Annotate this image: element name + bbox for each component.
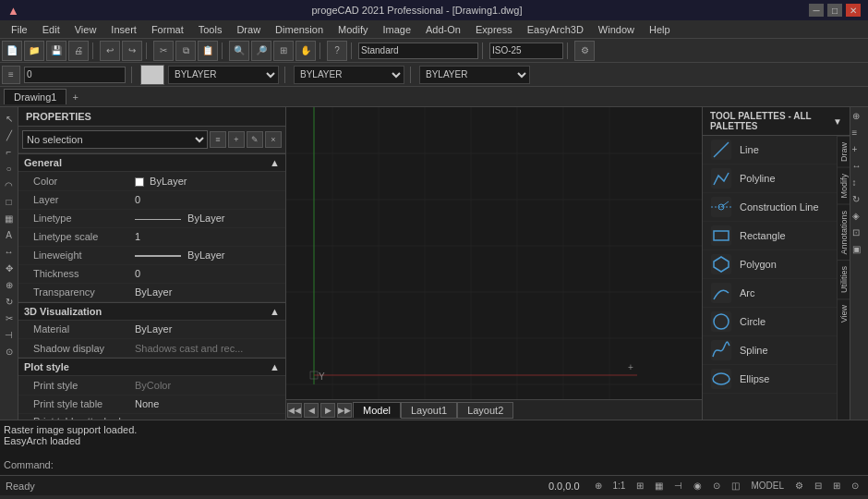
lineweight-bylayer-select[interactable]: BYLAYER (419, 66, 530, 84)
props-menu-button[interactable]: ≡ (210, 131, 226, 148)
rotate-tool[interactable]: ↻ (2, 294, 17, 309)
status-osnap-btn[interactable]: ⊙ (709, 481, 724, 491)
layer-manager-button[interactable]: ≡ (2, 66, 20, 84)
status-settings-btn[interactable]: ⚙ (791, 481, 807, 491)
status-otrack-btn[interactable]: ◫ (728, 481, 743, 491)
tab-layout2[interactable]: Layout2 (457, 402, 513, 419)
right-icon-3[interactable]: + (852, 144, 867, 159)
side-tab-draw[interactable]: Draw (838, 136, 850, 167)
rectangle-tool[interactable]: □ (2, 194, 17, 209)
right-icon-2[interactable]: ≡ (852, 128, 867, 142)
color-button[interactable] (140, 65, 164, 85)
linetype-bylayer-select[interactable]: BYLAYER (294, 66, 404, 84)
menu-insert[interactable]: Insert (103, 22, 144, 37)
tool-spline[interactable]: Spline (703, 336, 837, 365)
plotstyle-collapse-arrow[interactable]: ▲ (270, 361, 280, 372)
canvas-area[interactable]: [Top] [2D Wireframe] (286, 107, 702, 420)
props-edit-button[interactable]: ✎ (247, 131, 263, 148)
move-tool[interactable]: ✥ (2, 261, 17, 275)
undo-button[interactable]: ↩ (100, 41, 120, 61)
menu-edit[interactable]: Edit (35, 22, 67, 37)
prop-material-value[interactable]: ByLayer (129, 321, 285, 339)
zoom-out-button[interactable]: 🔎 (251, 41, 271, 61)
menu-addon[interactable]: Add-On (418, 22, 468, 37)
settings-button[interactable]: ⚙ (574, 41, 595, 61)
status-polar-btn[interactable]: ◉ (690, 481, 705, 491)
polyline-tool[interactable]: ⌐ (2, 144, 17, 159)
tool-ellipse[interactable]: Ellipse (703, 365, 837, 394)
new-button[interactable]: 📄 (2, 41, 22, 61)
status-snap-grid-btn[interactable]: ▦ (651, 481, 667, 491)
command-input[interactable] (57, 459, 864, 470)
menu-view[interactable]: View (67, 22, 104, 37)
copy-tool[interactable]: ⊕ (2, 277, 17, 292)
prop-color-value[interactable]: ByLayer (129, 172, 285, 190)
doc-tab-drawing1[interactable]: Drawing1 (4, 89, 66, 104)
standard-select[interactable] (358, 43, 478, 59)
tab-nav-next[interactable]: ▶ (320, 403, 335, 418)
status-grid-btn[interactable]: ⊞ (633, 481, 647, 491)
zoom-in-button[interactable]: 🔍 (229, 41, 249, 61)
menu-modify[interactable]: Modify (331, 22, 375, 37)
tool-circle[interactable]: Circle (703, 308, 837, 336)
prop-thickness-value[interactable]: 0 (129, 264, 285, 283)
color-bylayer-select[interactable]: BYLAYER (168, 66, 279, 84)
prop-transparency-value[interactable]: ByLayer (129, 283, 285, 301)
minimize-button[interactable]: ─ (809, 4, 824, 17)
status-fullscreen-btn[interactable]: ⊙ (848, 481, 862, 491)
help-button[interactable]: ? (327, 41, 347, 61)
menu-tools[interactable]: Tools (191, 22, 230, 37)
status-ortho-btn[interactable]: ⊣ (670, 481, 686, 491)
plotstyle-section-header[interactable]: Plot style ▲ (18, 358, 285, 376)
menu-easyarch3d[interactable]: EasyArch3D (520, 22, 591, 37)
menu-help[interactable]: Help (642, 22, 678, 37)
prop-linetypescale-value[interactable]: 1 (129, 227, 285, 246)
viz3d-collapse-arrow[interactable]: ▲ (270, 306, 280, 317)
prop-layer-value[interactable]: 0 (129, 190, 285, 209)
paste-button[interactable]: 📋 (198, 41, 218, 61)
prop-linetype-value[interactable]: ByLayer (129, 209, 285, 227)
menu-window[interactable]: Window (591, 22, 642, 37)
redo-button[interactable]: ↪ (122, 41, 142, 61)
prop-printtableattached-value[interactable]: Model (129, 413, 285, 420)
status-paper-btn[interactable]: ⊟ (811, 481, 826, 491)
tab-model[interactable]: Model (353, 402, 401, 418)
right-icon-4[interactable]: ↔ (852, 161, 867, 176)
side-tab-view[interactable]: View (838, 298, 850, 328)
arc-tool[interactable]: ◠ (2, 177, 17, 192)
right-icon-5[interactable]: ↕ (852, 177, 867, 192)
hatch-tool[interactable]: ▦ (2, 211, 17, 225)
snap-tool[interactable]: ⊙ (2, 344, 17, 359)
zoom-all-button[interactable]: ⊞ (273, 41, 294, 61)
side-tab-modify[interactable]: Modify (838, 167, 850, 204)
tab-nav-last[interactable]: ▶▶ (337, 403, 352, 418)
dimension-tool[interactable]: ↔ (2, 244, 17, 259)
menu-draw[interactable]: Draw (229, 22, 268, 37)
properties-selector[interactable]: No selection (22, 130, 208, 149)
right-icon-1[interactable]: ⊕ (852, 111, 867, 126)
props-add-button[interactable]: + (228, 131, 245, 148)
tab-nav-first[interactable]: ◀◀ (287, 403, 302, 418)
side-tab-utilities[interactable]: Utilities (838, 260, 850, 298)
side-tab-annotations[interactable]: Annotations (838, 204, 850, 261)
general-collapse-arrow[interactable]: ▲ (270, 157, 280, 168)
extend-tool[interactable]: ⊣ (2, 327, 17, 342)
print-button[interactable]: 🖨 (68, 41, 89, 61)
menu-format[interactable]: Format (144, 22, 191, 37)
prop-shadow-value[interactable]: Shadows cast and rec... (129, 339, 285, 358)
doc-tab-add[interactable]: + (66, 90, 83, 104)
tool-polygon[interactable]: Polygon (703, 250, 837, 279)
line-tool[interactable]: ╱ (2, 128, 17, 142)
menu-file[interactable]: File (4, 22, 35, 37)
status-snap-btn[interactable]: ⊕ (591, 481, 606, 491)
general-section-header[interactable]: General ▲ (18, 153, 285, 172)
layer-input[interactable] (24, 67, 126, 83)
drawing-canvas[interactable]: + Y (286, 107, 702, 420)
prop-lineweight-value[interactable]: ByLayer (129, 246, 285, 264)
menu-dimension[interactable]: Dimension (268, 22, 331, 37)
copy-button[interactable]: ⧉ (175, 41, 196, 61)
circle-tool[interactable]: ○ (2, 161, 17, 176)
tool-arc[interactable]: Arc (703, 279, 837, 308)
prop-printstyletable-value[interactable]: None (129, 395, 285, 413)
select-tool[interactable]: ↖ (2, 111, 17, 126)
